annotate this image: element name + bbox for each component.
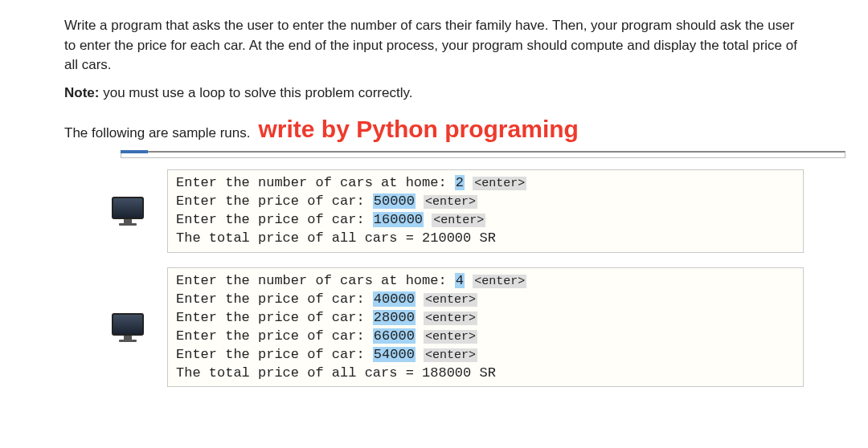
sample-run-1: Enter the number of cars at home: 2 <ent… <box>113 169 804 253</box>
user-input: 160000 <box>373 212 424 227</box>
user-input: 66000 <box>373 328 416 344</box>
sample-lead: The following are sample runs. <box>64 124 251 144</box>
line: The total price of all cars = 210000 SR <box>176 230 496 246</box>
line: Enter the price of car: 50000 <enter> <box>176 193 477 209</box>
monitor-icon <box>113 197 143 226</box>
console-output-1: Enter the number of cars at home: 2 <ent… <box>167 169 804 253</box>
user-input: 40000 <box>373 291 416 307</box>
line: Enter the number of cars at home: 2 <ent… <box>176 175 526 190</box>
sample-run-2: Enter the number of cars at home: 4 <ent… <box>113 267 804 388</box>
console-output-2: Enter the number of cars at home: 4 <ent… <box>167 267 804 388</box>
user-input: 2 <box>455 175 465 190</box>
user-input: 28000 <box>373 310 416 325</box>
enter-key: <enter> <box>424 293 477 307</box>
problem-statement: Write a program that asks the user to en… <box>64 16 804 146</box>
enter-key: <enter> <box>473 177 526 190</box>
line: Enter the price of car: 40000 <enter> <box>176 291 477 307</box>
enter-key: <enter> <box>473 275 526 288</box>
enter-key: <enter> <box>424 312 477 325</box>
scroll-bar-decoration <box>121 151 845 158</box>
line: Enter the price of car: 160000 <enter> <box>176 212 485 227</box>
monitor-icon <box>113 313 143 342</box>
enter-key: <enter> <box>424 195 477 209</box>
enter-key: <enter> <box>424 348 477 362</box>
user-input: 4 <box>455 273 465 288</box>
note-text: you must use a loop to solve this proble… <box>99 85 412 100</box>
enter-key: <enter> <box>432 214 485 227</box>
line: Enter the price of car: 54000 <enter> <box>176 347 477 362</box>
user-input: 50000 <box>373 193 416 209</box>
line: Enter the price of car: 28000 <enter> <box>176 310 477 325</box>
enter-key: <enter> <box>424 330 477 344</box>
line: Enter the number of cars at home: 4 <ent… <box>176 273 526 288</box>
line: The total price of all cars = 188000 SR <box>176 365 496 381</box>
problem-paragraph: Write a program that asks the user to en… <box>64 16 804 75</box>
divider <box>64 151 804 158</box>
sample-heading-row: The following are sample runs. write by … <box>64 112 804 147</box>
line: Enter the price of car: 66000 <enter> <box>176 328 477 344</box>
headline: write by Python programing <box>259 112 579 147</box>
problem-note: Note: you must use a loop to solve this … <box>64 83 804 104</box>
user-input: 54000 <box>373 347 416 362</box>
note-label: Note: <box>64 85 99 100</box>
